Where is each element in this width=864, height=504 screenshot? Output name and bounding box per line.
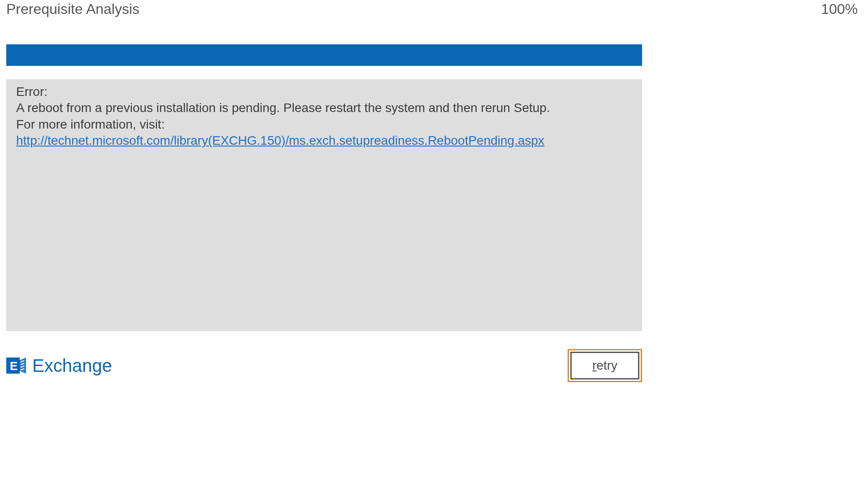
retry-button[interactable]: retry xyxy=(568,349,642,382)
brand-logo-area: E Exchange xyxy=(6,355,112,376)
error-more-info: For more information, visit: http://tech… xyxy=(16,116,632,149)
retry-button-rest: etry xyxy=(596,358,617,372)
error-link[interactable]: http://technet.microsoft.com/library(EXC… xyxy=(16,134,544,147)
svg-text:E: E xyxy=(10,359,17,373)
error-panel: Error: A reboot from a previous installa… xyxy=(6,79,642,331)
retry-button-accel: r xyxy=(592,358,596,372)
error-message: A reboot from a previous installation is… xyxy=(16,100,632,116)
progress-bar xyxy=(6,44,642,66)
exchange-logo-icon: E xyxy=(6,355,28,376)
error-heading: Error: xyxy=(16,84,632,100)
page-title: Prerequisite Analysis xyxy=(6,1,139,17)
progress-percent: 100% xyxy=(821,1,858,17)
brand-name: Exchange xyxy=(32,356,112,376)
error-more-info-prefix: For more information, visit: xyxy=(16,117,165,131)
